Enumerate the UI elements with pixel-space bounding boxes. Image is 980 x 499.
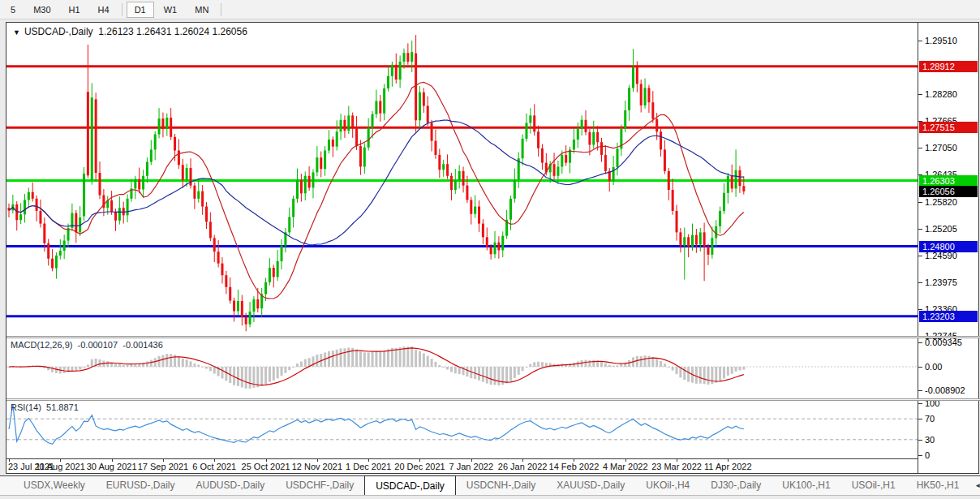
date-axis[interactable]: 23 Jul 202111 Aug 202130 Aug 202117 Sep … [6,458,918,473]
current-price-box: 1.26056 [919,186,978,197]
axis-tick [918,367,922,368]
axis-tick [918,148,922,148]
rsi-value: 51.8871 [46,402,79,412]
tab-scroll-left-icon[interactable]: ◄ [969,482,980,489]
date-label[interactable]: 20 Dec 2021 [394,462,445,471]
tab-usdcnh-daily[interactable]: USDCNH-,Daily [456,476,546,495]
price-tick-label: 1.28280 [925,89,957,99]
axis-tick [918,256,922,256]
axis-tick [918,309,922,310]
timeframe-5[interactable]: 5 [2,2,24,18]
tab-scroll-arrows: ◄► [969,476,980,495]
price-level-box: 1.23203 [919,311,978,322]
price-tick-label: 1.27050 [925,143,957,153]
tab-ukoil-h4[interactable]: UKOil-,H4 [635,476,700,495]
chart-dropdown-icon[interactable]: ▼ [13,28,20,37]
axis-tick [918,403,922,404]
price-tick-label: 1.25205 [925,224,957,234]
axis-tick [918,440,922,441]
rsi-pane[interactable]: RSI(14) 51.8871 [6,401,918,458]
main-price-pane[interactable]: ▼USDCAD-,Daily 1.26123 1.26431 1.26024 1… [6,23,918,336]
axis-tick [918,455,922,456]
date-label[interactable]: 6 Oct 2021 [192,462,236,471]
timeframe-h4[interactable]: H4 [90,2,118,18]
axis-tick [918,342,922,343]
price-tick-label: 1.29510 [925,36,957,45]
symbol-tab-bar: USDX,WeeklyEURUSD-,DailyAUDUSD-,DailyUSD… [0,475,980,496]
timeframe-d1[interactable]: D1 [127,2,154,18]
pane-divider[interactable] [6,398,980,401]
rsi-tick-label: 30 [925,435,935,445]
rsi-tick-label: 70 [925,414,935,424]
ohlc-close: 1.26056 [212,26,247,37]
tab-uk100-h1[interactable]: UK100-,H1 [772,476,840,495]
date-label[interactable]: 1 Dec 2021 [346,462,391,471]
tab-usdcad-daily[interactable]: USDCAD-,Daily [364,475,456,495]
date-label[interactable]: 30 Aug 2021 [87,462,137,471]
tab-dj30-daily[interactable]: DJ30-,Daily [700,476,772,495]
price-level-box: 1.24800 [919,241,978,252]
tab-audusd-daily[interactable]: AUDUSD-,Daily [185,476,275,495]
date-label[interactable]: 17 Sep 2021 [138,462,188,471]
macd-label: MACD(12,26,9) -0.000107 -0.001436 [11,340,163,350]
rsi-name: RSI(14) [11,402,41,412]
timeframe-toolbar: 5M30H1H4D1W1MN [0,0,980,19]
date-label[interactable]: 14 Feb 2022 [549,462,600,471]
timeframe-h1[interactable]: H1 [61,2,88,18]
toolbar-separator [221,3,221,16]
tab-usdchf-daily[interactable]: USDCHF-,Daily [275,476,364,495]
date-label[interactable]: 11 Apr 2022 [704,462,752,471]
chart-window: ▼USDCAD-,Daily 1.26123 1.26431 1.26024 1… [6,22,979,474]
macd-tick-label: 0.009345 [925,338,962,347]
axis-tick [918,202,922,203]
macd-pane[interactable]: MACD(12,26,9) -0.000107 -0.001436 [6,338,918,398]
date-label[interactable]: 12 Nov 2021 [292,462,342,471]
tab-hk50-h1[interactable]: HK50-,H1 [906,476,970,495]
macd-name: MACD(12,26,9) [11,340,72,350]
rsi-label: RSI(14) 51.8871 [11,402,79,412]
macd-value-main: -0.000107 [78,340,118,350]
axis-tick [918,282,922,283]
axis-tick [918,94,922,95]
tab-usdx-weekly[interactable]: USDX,Weekly [13,476,96,495]
price-level-box: 1.27515 [919,122,978,133]
tab-usoil-h1[interactable]: USOil-,H1 [841,476,906,495]
rsi-chart [6,401,918,458]
timeframe-m30[interactable]: M30 [25,2,58,18]
axis-tick [918,390,922,391]
date-label[interactable]: 23 Mar 2022 [651,462,702,471]
price-level-box: 1.26303 [919,175,978,187]
ohlc-open: 1.26123 [98,26,133,37]
timeframe-mn[interactable]: MN [187,2,217,18]
price-tick-label: 1.23975 [925,277,957,287]
rsi-tick-label: 0 [925,450,930,460]
date-label[interactable]: 7 Jan 2022 [449,462,493,471]
tab-eurusd-daily[interactable]: EURUSD-,Daily [96,476,186,495]
date-label[interactable]: 26 Jan 2022 [498,462,548,471]
chart-title: ▼USDCAD-,Daily 1.26123 1.26431 1.26024 1… [13,26,247,37]
axis-tick [918,41,922,41]
date-label[interactable]: 11 Aug 2021 [36,462,85,471]
ohlc-high: 1.26431 [136,26,171,37]
tab-xauusd-daily[interactable]: XAUUSD-,Daily [546,476,635,495]
date-label[interactable]: 25 Oct 2021 [242,462,290,471]
price-axis[interactable]: 1.295101.282801.276651.270501.264351.258… [918,23,978,473]
macd-value-signal: -0.001436 [122,340,163,350]
ohlc-low: 1.26024 [174,26,209,37]
plot-column: ▼USDCAD-,Daily 1.26123 1.26431 1.26024 1… [6,23,918,473]
macd-tick-label: -0.008902 [925,385,965,395]
timeframe-w1[interactable]: W1 [156,2,186,18]
toolbar-separator [122,3,122,16]
price-tick-label: 1.25820 [925,197,957,207]
axis-tick [918,419,922,419]
price-level-box: 1.28912 [919,61,978,72]
date-label[interactable]: 4 Mar 2022 [603,462,648,471]
candlestick-chart[interactable] [6,23,918,336]
pane-divider[interactable] [6,336,980,338]
axis-tick [918,229,922,230]
macd-tick-label: 0.00 [925,362,942,372]
chart-symbol-period: USDCAD-,Daily [24,26,93,37]
